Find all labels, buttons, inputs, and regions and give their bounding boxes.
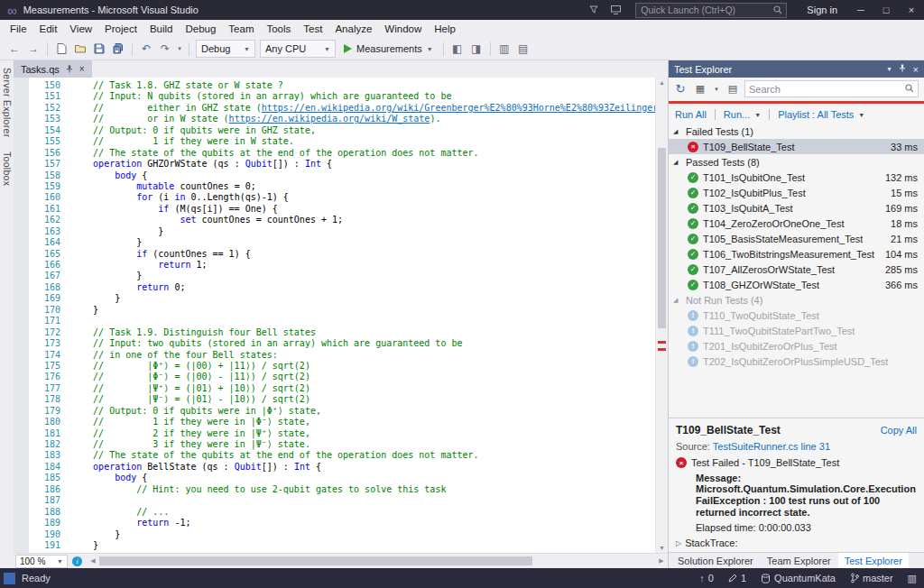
minimize-button[interactable]: ─ [848,0,873,20]
playlist-link[interactable]: Playlist : All Tests [778,109,854,120]
copy-all-link[interactable]: Copy All [881,425,917,436]
menu-build[interactable]: Build [143,22,180,36]
sign-in-link[interactable]: Sign in [807,5,837,15]
test-item[interactable]: ×T109_BellState_Test33 ms [669,139,924,154]
line-number: 165 [29,249,60,260]
test-group-passed[interactable]: ◢Passed Tests (8) [669,154,924,170]
solution-platforms-combo[interactable]: Any CPU▼ [260,40,336,58]
quick-launch-input[interactable] [636,5,773,15]
close-tab-icon[interactable]: × [79,64,85,74]
background-tasks-icon[interactable] [4,573,15,584]
pin-icon[interactable] [899,64,906,74]
scroll-up-icon[interactable]: ▲ [656,79,668,86]
navigate-forward-icon[interactable]: → [24,40,42,58]
scroll-left-icon[interactable]: ◀ [87,557,99,565]
menu-test[interactable]: Test [297,22,328,36]
test-result-details: T109_BellState_Test Copy All Source: Tes… [669,418,924,552]
scrollbar-thumb[interactable] [99,556,532,565]
comment-icon[interactable]: ▤ [514,40,532,58]
test-item[interactable]: !T110_TwoQubitState_Test [669,308,924,323]
pending-changes-button[interactable]: 1 [721,568,753,588]
quick-launch-box[interactable] [635,3,787,18]
save-icon[interactable] [90,40,108,58]
menu-debug[interactable]: Debug [179,22,222,36]
run-menu-link[interactable]: Run... [724,109,750,120]
undo-icon[interactable]: ↶ [137,40,155,58]
window-position-icon[interactable]: ▾ [888,65,892,73]
side-tab-server-explorer[interactable]: Server Explorer [2,68,13,137]
test-item[interactable]: !T111_TwoQubitStatePartTwo_Test [669,323,924,338]
close-icon[interactable]: × [913,64,919,75]
feedback-icon[interactable] [583,5,605,14]
editor-layout-icon[interactable]: ▥ [901,568,924,588]
test-item[interactable]: ✓T108_GHZOrWState_Test366 ms [669,277,924,292]
start-debugging-button[interactable]: Measurements ▼ [338,40,439,58]
chevron-down-icon[interactable]: ▾ [712,81,721,97]
close-button[interactable]: × [899,0,924,20]
menu-edit[interactable]: Edit [33,22,64,36]
attach-debugger-icon[interactable]: ◧ [448,40,467,58]
run-all-link[interactable]: Run All [675,109,707,120]
pin-icon[interactable] [66,64,73,75]
new-file-icon[interactable] [52,40,70,58]
test-item[interactable]: ✓T106_TwoBitstringsMeasurement_Test104 m… [669,246,924,262]
health-indicator-icon[interactable]: i [72,556,82,566]
save-all-icon[interactable] [109,40,127,58]
test-item[interactable]: ✓T102_IsQubitPlus_Test15 ms [669,185,924,200]
maximize-button[interactable]: □ [873,0,899,20]
test-group-notrun[interactable]: ◢Not Run Tests (4) [669,292,924,308]
zoom-combo[interactable]: 100 %▼ [15,555,68,568]
vertical-scrollbar[interactable]: ▲ ▼ [655,78,668,553]
code-content[interactable]: // Task 1.8. GHZ state or W state ? // I… [71,78,655,553]
navigate-back-icon[interactable]: ← [5,40,23,58]
test-search-box[interactable] [744,80,919,97]
menu-help[interactable]: Help [428,22,462,36]
menu-file[interactable]: File [4,22,33,36]
test-item[interactable]: ✓T105_BasisStateMeasurement_Test21 ms [669,231,924,246]
panel-tab-solution-explorer[interactable]: Solution Explorer [671,553,760,568]
open-file-icon[interactable] [71,40,89,58]
test-item[interactable]: ✓T101_IsQubitOne_Test132 ms [669,170,924,185]
side-tab-toolbox[interactable]: Toolbox [2,152,13,186]
menu-analyze[interactable]: Analyze [328,22,378,36]
run-tests-after-build-icon[interactable]: ↻ [672,81,688,97]
test-item[interactable]: ✓T104_ZeroZeroOrOneOne_Test18 ms [669,216,924,231]
panel-tab-team-explorer[interactable]: Team Explorer [761,553,837,568]
test-search-input[interactable] [749,84,905,95]
repository-button[interactable]: QuantumKata [753,568,843,588]
test-item[interactable]: !T202_IsQubitZeroOrPlusSimpleUSD_Test [669,354,924,369]
undo-dropdown-icon[interactable]: ▾ [175,40,184,58]
horizontal-scrollbar[interactable] [99,554,655,568]
group-by-icon[interactable]: ▦ [692,81,708,97]
menu-window[interactable]: Window [378,22,428,36]
menu-view[interactable]: View [63,22,98,36]
redo-icon[interactable]: ↷ [156,40,174,58]
solution-configurations-combo[interactable]: Debug▼ [196,40,255,58]
test-group-failed[interactable]: ◢Failed Tests (1) [669,124,924,139]
source-link[interactable]: TestSuiteRunner.cs line 31 [713,441,830,452]
test-item[interactable]: ✓T103_IsQubitA_Test169 ms [669,200,924,216]
code-line: } [71,305,655,316]
menu-tools[interactable]: Tools [260,22,297,36]
build-icon[interactable]: ◨ [467,40,485,58]
breakpoint-margin[interactable] [14,78,29,553]
stacktrace-row[interactable]: ▷ StackTrace: [676,537,917,548]
scroll-right-icon[interactable]: ▶ [655,557,668,565]
scroll-down-icon[interactable]: ▼ [656,545,668,551]
find-in-files-icon[interactable]: ▥ [495,40,513,58]
chevron-down-icon: ▼ [324,46,330,52]
playlist-icon[interactable]: ▤ [725,81,741,97]
document-tab-tasks-qs[interactable]: Tasks.qs × [14,60,92,78]
panel-tab-test-explorer[interactable]: Test Explorer [838,553,909,568]
test-item[interactable]: !T201_IsQubitZeroOrPlus_Test [669,338,924,354]
screen-share-icon[interactable] [605,5,626,14]
menu-team[interactable]: Team [222,22,260,36]
test-item[interactable]: ✓T107_AllZerosOrWState_Test285 ms [669,262,924,277]
code-editor[interactable]: 1501511521531541551561571581591601611621… [14,78,668,553]
unpushed-commits-button[interactable]: ↑ 0 [692,568,721,588]
code-line: } [71,540,655,551]
test-name: T106_TwoBitstringsMeasurement_Test [703,249,874,260]
menu-project[interactable]: Project [98,22,143,36]
scrollbar-thumb[interactable] [658,148,666,328]
branch-button[interactable]: master [843,568,901,588]
